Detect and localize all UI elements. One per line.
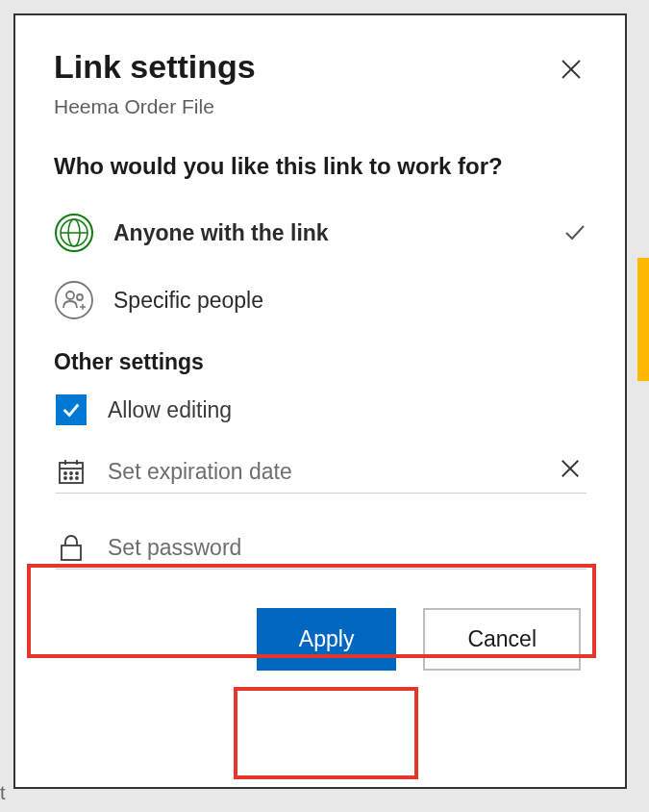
expiration-row[interactable] xyxy=(56,450,587,494)
password-row[interactable] xyxy=(56,526,587,570)
close-button[interactable] xyxy=(556,54,587,85)
option-anyone-label: Anyone with the link xyxy=(113,220,544,246)
allow-editing-checkbox[interactable] xyxy=(56,394,87,425)
link-settings-dialog: Link settings Heema Order File Who would… xyxy=(13,13,627,789)
close-icon xyxy=(560,58,583,81)
svg-point-15 xyxy=(64,472,66,474)
calendar-icon xyxy=(56,456,87,487)
svg-point-7 xyxy=(66,292,74,299)
clear-expiration-button[interactable] xyxy=(560,458,587,485)
lock-icon xyxy=(56,532,87,563)
people-icon xyxy=(54,280,94,320)
option-specific-label: Specific people xyxy=(113,288,587,314)
option-specific[interactable]: Specific people xyxy=(54,280,587,320)
cancel-button[interactable]: Cancel xyxy=(423,608,581,671)
option-anyone[interactable]: Anyone with the link xyxy=(54,213,587,253)
svg-point-18 xyxy=(64,477,66,479)
file-name: Heema Order File xyxy=(54,95,256,118)
apply-button[interactable]: Apply xyxy=(257,608,397,671)
dialog-title: Link settings xyxy=(54,48,256,86)
svg-point-20 xyxy=(76,477,78,479)
globe-icon xyxy=(54,213,94,253)
prompt-text: Who would you like this link to work for… xyxy=(54,153,587,180)
svg-point-6 xyxy=(56,282,92,318)
allow-editing-label: Allow editing xyxy=(108,397,232,423)
other-settings-header: Other settings xyxy=(54,349,587,375)
svg-point-19 xyxy=(70,477,72,479)
expiration-input[interactable] xyxy=(108,459,538,485)
password-input[interactable] xyxy=(108,535,587,561)
allow-editing-row[interactable]: Allow editing xyxy=(54,394,587,425)
svg-point-8 xyxy=(77,294,83,300)
svg-rect-23 xyxy=(62,546,81,560)
close-icon xyxy=(560,458,581,479)
check-icon xyxy=(61,399,82,420)
svg-point-17 xyxy=(76,472,78,474)
svg-point-16 xyxy=(70,472,72,474)
selected-check-icon xyxy=(563,221,587,244)
